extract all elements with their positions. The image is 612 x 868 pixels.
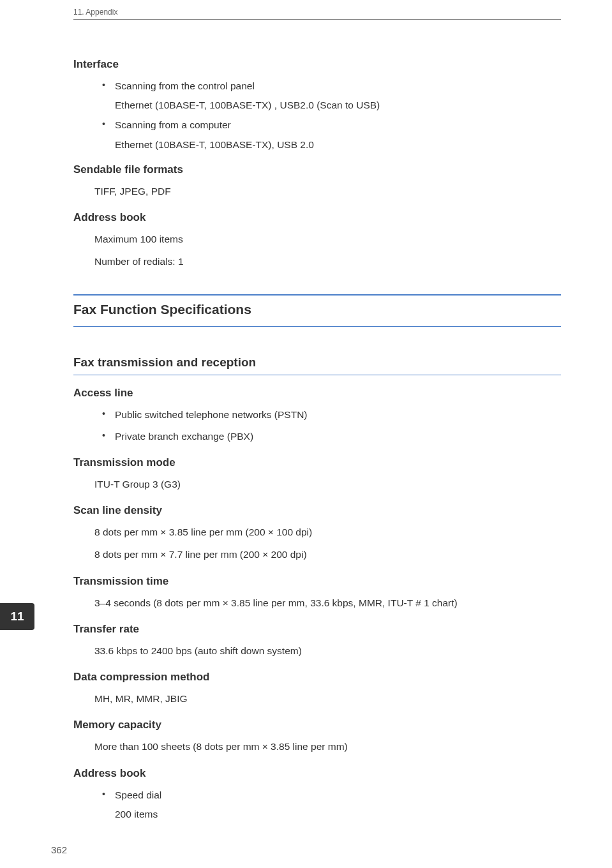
- list-item: • Scanning from a computer Ethernet (10B…: [115, 117, 561, 150]
- sendable-formats-section: Sendable file formats TIFF, JPEG, PDF: [73, 163, 561, 198]
- bullet-title: Scanning from the control panel: [115, 79, 561, 93]
- transmission-time-heading: Transmission time: [73, 575, 561, 588]
- bullet-icon: •: [102, 408, 105, 419]
- access-line-heading: Access line: [73, 387, 561, 400]
- fax-specs-heading: Fax Function Specifications: [73, 294, 561, 327]
- address-book-1-section: Address book Maximum 100 items Number of…: [73, 211, 561, 269]
- address-book-1-line1: Maximum 100 items: [94, 232, 561, 246]
- transmission-time-value: 3–4 seconds (8 dots per mm × 3.85 line p…: [94, 595, 561, 610]
- bullet-detail: Ethernet (10BASE-T, 100BASE-TX), USB 2.0: [115, 139, 561, 151]
- interface-heading: Interface: [73, 58, 561, 71]
- interface-list: • Scanning from the control panel Ethern…: [115, 79, 561, 151]
- scan-line-density-heading: Scan line density: [73, 504, 561, 517]
- data-compression-value: MH, MR, MMR, JBIG: [94, 691, 561, 706]
- fax-trans-reception-heading: Fax transmission and reception: [73, 355, 561, 375]
- header-breadcrumb: 11. Appendix: [73, 8, 561, 20]
- transfer-rate-value: 33.6 kbps to 2400 bps (auto shift down s…: [94, 643, 561, 658]
- address-book-2-list: • Speed dial 200 items: [115, 788, 561, 820]
- transmission-mode-heading: Transmission mode: [73, 456, 561, 469]
- bullet-title: Scanning from a computer: [115, 117, 561, 132]
- address-book-2-heading: Address book: [73, 767, 561, 780]
- bullet-title: Private branch exchange (PBX): [115, 429, 561, 444]
- list-item: • Public switched telephone networks (PS…: [115, 407, 561, 422]
- list-item: • Scanning from the control panel Ethern…: [115, 79, 561, 111]
- data-compression-section: Data compression method MH, MR, MMR, JBI…: [73, 671, 561, 706]
- bullet-title: Public switched telephone networks (PSTN…: [115, 407, 561, 422]
- transfer-rate-heading: Transfer rate: [73, 623, 561, 636]
- access-line-list: • Public switched telephone networks (PS…: [115, 407, 561, 444]
- bullet-detail: 200 items: [115, 809, 561, 820]
- scan-line-density-section: Scan line density 8 dots per mm × 3.85 l…: [73, 504, 561, 562]
- access-line-section: Access line • Public switched telephone …: [73, 387, 561, 444]
- interface-section: Interface • Scanning from the control pa…: [73, 58, 561, 151]
- transmission-time-section: Transmission time 3–4 seconds (8 dots pe…: [73, 575, 561, 610]
- sendable-formats-value: TIFF, JPEG, PDF: [94, 184, 561, 198]
- list-item: • Speed dial 200 items: [115, 788, 561, 820]
- data-compression-heading: Data compression method: [73, 671, 561, 684]
- memory-capacity-heading: Memory capacity: [73, 719, 561, 731]
- address-book-1-line2: Number of redials: 1: [94, 254, 561, 269]
- bullet-icon: •: [102, 119, 105, 129]
- bullet-detail: Ethernet (10BASE-T, 100BASE-TX) , USB2.0…: [115, 100, 561, 111]
- scan-line-density-line2: 8 dots per mm × 7.7 line per mm (200 × 2…: [94, 547, 561, 562]
- memory-capacity-section: Memory capacity More than 100 sheets (8 …: [73, 719, 561, 754]
- bullet-icon: •: [102, 789, 105, 799]
- sendable-formats-heading: Sendable file formats: [73, 163, 561, 176]
- bullet-icon: •: [102, 430, 105, 440]
- list-item: • Private branch exchange (PBX): [115, 429, 561, 444]
- bullet-title: Speed dial: [115, 788, 561, 802]
- page-number: 362: [51, 844, 67, 855]
- scan-line-density-line1: 8 dots per mm × 3.85 line per mm (200 × …: [94, 525, 561, 539]
- address-book-1-heading: Address book: [73, 211, 561, 224]
- transfer-rate-section: Transfer rate 33.6 kbps to 2400 bps (aut…: [73, 623, 561, 658]
- address-book-2-section: Address book • Speed dial 200 items: [73, 767, 561, 820]
- page-content: 11. Appendix Interface • Scanning from t…: [0, 0, 612, 846]
- transmission-mode-section: Transmission mode ITU-T Group 3 (G3): [73, 456, 561, 491]
- transmission-mode-value: ITU-T Group 3 (G3): [94, 477, 561, 491]
- chapter-tab: 11: [0, 603, 34, 630]
- bullet-icon: •: [102, 80, 105, 90]
- memory-capacity-value: More than 100 sheets (8 dots per mm × 3.…: [94, 739, 561, 754]
